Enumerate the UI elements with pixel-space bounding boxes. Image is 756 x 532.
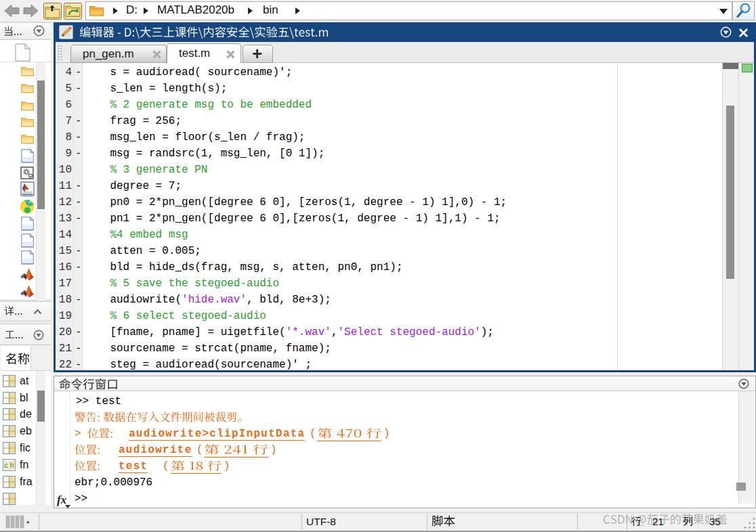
svg-text:h: h (9, 462, 14, 470)
svg-text:c: c (4, 462, 8, 470)
